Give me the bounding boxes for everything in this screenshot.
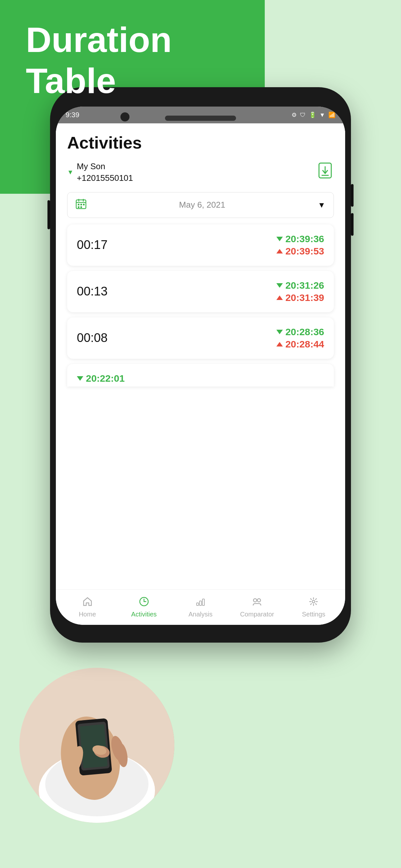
settings-tab-icon: [308, 596, 319, 609]
activity-times-3: 20:28:36 20:28:44: [276, 327, 324, 350]
selected-date: May 6, 2021: [93, 200, 311, 210]
arrow-down-icon-1: [276, 237, 283, 241]
hand-illustration: [19, 668, 174, 823]
tab-comparator[interactable]: Comparator: [229, 596, 285, 618]
contact-dropdown-arrow[interactable]: ▼: [67, 168, 73, 176]
contact-text: My Son +12015550101: [77, 160, 133, 184]
hero-title-line2: Table: [26, 60, 172, 101]
home-tab-label: Home: [79, 611, 96, 618]
home-tab-icon: [82, 596, 93, 609]
arrow-down-icon-3: [276, 330, 283, 334]
bottom-tab-bar: Home Activities: [56, 589, 345, 625]
activities-tab-label: Activities: [131, 611, 157, 618]
arrow-up-icon-1: [276, 249, 283, 253]
status-bar: 9:39 ⚙ 🛡 🔋 ▼ 📶: [56, 106, 345, 123]
activity-card-3[interactable]: 00:08 20:28:36 20:28:44: [67, 317, 334, 359]
activity-times-2: 20:31:26 20:31:39: [276, 280, 324, 303]
activities-list: 00:17 20:39:36 20:39:53 00:13: [56, 224, 345, 359]
settings-tab-label: Settings: [302, 611, 325, 618]
contact-phone: +12015550101: [77, 172, 133, 184]
shield-status-icon: 🛡: [300, 112, 306, 119]
app-content-area: Activities ▼ My Son +12015550101: [56, 123, 345, 589]
activities-tab-icon: [139, 596, 149, 609]
front-camera: [120, 113, 129, 121]
date-chevron-icon[interactable]: ▼: [318, 200, 326, 210]
activity-card-2[interactable]: 00:13 20:31:26 20:31:39: [67, 271, 334, 312]
svg-rect-9: [78, 206, 80, 208]
svg-point-17: [257, 599, 260, 602]
phone-frame: 9:39 ⚙ 🛡 🔋 ▼ 📶 Activities ▼ My Son: [50, 87, 351, 643]
hero-title: Duration Table: [26, 20, 172, 101]
comparator-tab-icon: [252, 596, 262, 609]
activity-duration-1: 00:17: [77, 238, 107, 252]
arrow-down-icon-4: [77, 376, 83, 381]
activity-start-time-4: 20:22:01: [77, 373, 324, 384]
analysis-tab-icon: [195, 596, 206, 609]
phone-screen: 9:39 ⚙ 🛡 🔋 ▼ 📶 Activities ▼ My Son: [56, 106, 345, 625]
arrow-down-icon-2: [276, 283, 283, 288]
tab-analysis[interactable]: Analysis: [172, 596, 228, 618]
activity-start-time-2: 20:31:26: [276, 280, 324, 291]
tab-activities[interactable]: Activities: [116, 596, 172, 618]
svg-rect-7: [78, 204, 80, 206]
app-title: Activities: [67, 133, 334, 152]
svg-rect-10: [81, 206, 82, 208]
activity-duration-2: 00:13: [77, 284, 107, 299]
svg-point-16: [253, 599, 257, 602]
tab-settings[interactable]: Settings: [285, 596, 342, 618]
activity-start-time-3: 20:28:36: [276, 327, 324, 337]
arrow-up-icon-3: [276, 342, 283, 346]
status-time: 9:39: [66, 111, 80, 119]
volume-down-button: [351, 213, 353, 236]
power-button: [48, 200, 50, 229]
activity-times-1: 20:39:36 20:39:53: [276, 234, 324, 257]
download-icon: [318, 162, 332, 182]
svg-rect-14: [199, 601, 202, 606]
svg-rect-8: [81, 204, 82, 206]
activity-end-time-1: 20:39:53: [276, 246, 324, 257]
activity-duration-3: 00:08: [77, 331, 107, 345]
svg-rect-11: [83, 204, 85, 206]
contact-row[interactable]: ▼ My Son +12015550101: [56, 157, 345, 189]
analysis-tab-label: Analysis: [189, 611, 212, 618]
activity-start-time-1: 20:39:36: [276, 234, 324, 244]
tab-home[interactable]: Home: [59, 596, 116, 618]
comparator-tab-label: Comparator: [240, 611, 274, 618]
svg-point-18: [312, 600, 315, 603]
speaker-grill: [165, 116, 236, 121]
status-icons: ⚙ 🛡 🔋 ▼ 📶: [291, 112, 335, 119]
wifi-status-icon: ▼: [319, 112, 325, 119]
activity-end-time-2: 20:31:39: [276, 292, 324, 303]
activity-end-time-3: 20:28:44: [276, 339, 324, 350]
date-picker[interactable]: May 6, 2021 ▼: [67, 192, 334, 218]
svg-rect-13: [197, 603, 198, 606]
gear-status-icon: ⚙: [291, 112, 297, 119]
arrow-up-icon-2: [276, 296, 283, 300]
download-button[interactable]: [316, 162, 334, 182]
app-header: Activities: [56, 123, 345, 157]
bottom-photo-circle: [19, 668, 174, 823]
contact-info[interactable]: ▼ My Son +12015550101: [67, 160, 133, 184]
calendar-icon: [75, 198, 87, 212]
volume-up-button: [351, 184, 353, 207]
hand-svg: [19, 668, 174, 823]
svg-rect-15: [203, 599, 204, 606]
battery-status-icon: 🔋: [309, 112, 316, 119]
contact-name: My Son: [77, 160, 133, 172]
signal-status-icon: 📶: [328, 112, 335, 119]
activity-card-4-partial[interactable]: 20:22:01: [67, 364, 334, 386]
activity-card-1[interactable]: 00:17 20:39:36 20:39:53: [67, 224, 334, 266]
hero-title-line1: Duration: [26, 20, 172, 60]
